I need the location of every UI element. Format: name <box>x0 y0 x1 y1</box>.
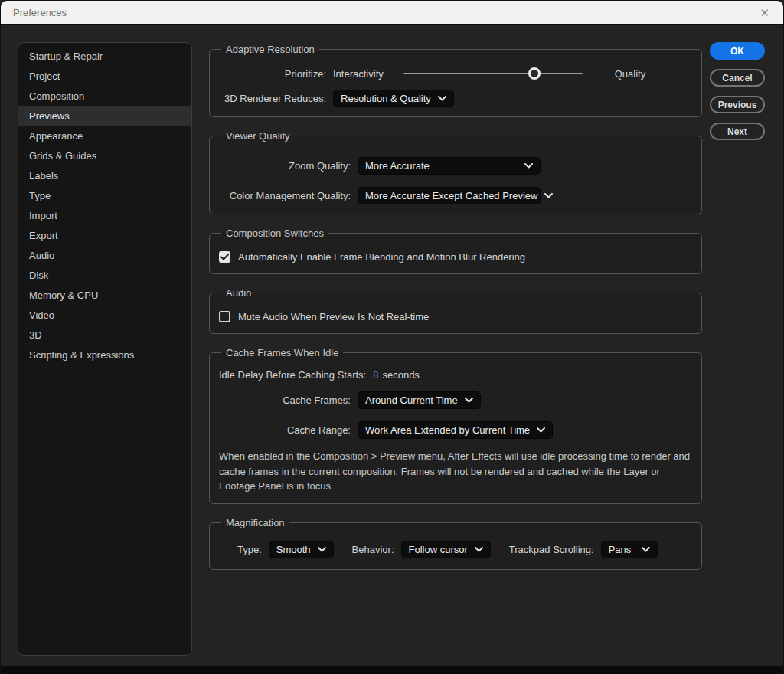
color-management-quality-dropdown[interactable]: More Accurate Except Cached Preview <box>358 187 541 204</box>
slider-left-label: Interactivity <box>333 68 384 80</box>
slider-right-label: Quality <box>615 68 645 80</box>
cache-frames-label: Cache Frames: <box>219 394 351 406</box>
adaptive-resolution-group: Adaptive Resolution Prioritize: Interact… <box>209 44 702 117</box>
sidebar-item-composition[interactable]: Composition <box>18 87 191 106</box>
trackpad-scrolling-label: Trackpad Scrolling: <box>509 544 594 555</box>
composition-switches-group: Composition Switches Automatically Enabl… <box>209 227 702 274</box>
composition-switches-title: Composition Switches <box>221 227 328 239</box>
sidebar-item-scripting-expressions[interactable]: Scripting & Expressions <box>18 345 191 365</box>
magnification-behavior-label: Behavior: <box>352 544 394 555</box>
dialog-body: Startup & Repair Project Composition Pre… <box>1 25 783 673</box>
next-button[interactable]: Next <box>710 123 765 140</box>
sidebar-item-audio[interactable]: Audio <box>18 246 191 266</box>
prioritize-label: Prioritize: <box>219 68 326 80</box>
cache-frames-group: Cache Frames When Idle Idle Delay Before… <box>209 347 702 504</box>
prioritize-slider-handle[interactable] <box>528 67 541 80</box>
sidebar-item-disk[interactable]: Disk <box>18 266 191 286</box>
frame-blending-label: Automatically Enable Frame Blending and … <box>238 251 525 263</box>
cache-range-value: Work Area Extended by Current Time <box>365 424 530 436</box>
chevron-down-icon <box>537 427 545 433</box>
main-content: Adaptive Resolution Prioritize: Interact… <box>209 25 702 583</box>
renderer-reduces-label: 3D Renderer Reduces: <box>219 93 326 104</box>
idle-delay-label: Idle Delay Before Caching Starts: <box>219 369 366 381</box>
idle-delay-value[interactable]: 8 <box>373 369 378 381</box>
magnification-group: Magnification Type: Smooth Behavior: Fol… <box>209 517 702 570</box>
prioritize-slider-track[interactable] <box>403 73 583 74</box>
previous-button[interactable]: Previous <box>710 96 765 113</box>
cache-frames-description: When enabled in the Composition > Previe… <box>219 449 692 494</box>
chevron-down-icon <box>524 163 533 168</box>
cancel-button[interactable]: Cancel <box>710 69 765 87</box>
chevron-down-icon <box>438 96 446 101</box>
sidebar-item-labels[interactable]: Labels <box>18 166 191 186</box>
magnification-title: Magnification <box>221 517 289 528</box>
audio-title: Audio <box>221 287 256 299</box>
preferences-sidebar: Startup & Repair Project Composition Pre… <box>18 42 192 656</box>
preferences-window: Preferences ✕ Startup & Repair Project C… <box>0 0 784 674</box>
sidebar-item-previews[interactable]: Previews <box>18 106 191 126</box>
sidebar-item-memory-cpu[interactable]: Memory & CPU <box>18 286 191 306</box>
magnification-type-dropdown[interactable]: Smooth <box>269 541 334 558</box>
sidebar-item-video[interactable]: Video <box>18 306 191 326</box>
renderer-reduces-value: Resolution & Quality <box>341 93 431 104</box>
checkmark-icon <box>220 254 229 260</box>
cache-frames-value: Around Current Time <box>365 394 458 406</box>
sidebar-item-project[interactable]: Project <box>18 67 191 87</box>
chevron-down-icon <box>465 398 473 403</box>
ok-button[interactable]: OK <box>710 42 765 60</box>
sidebar-item-import[interactable]: Import <box>18 206 191 226</box>
chevron-down-icon <box>544 193 553 198</box>
cache-range-label: Cache Range: <box>219 424 351 436</box>
magnification-behavior-value: Follow cursor <box>409 544 468 555</box>
chevron-down-icon <box>642 547 650 552</box>
adaptive-resolution-title: Adaptive Resolution <box>221 44 319 55</box>
magnification-type-label: Type: <box>237 544 262 555</box>
mute-audio-label: Mute Audio When Preview Is Not Real-time <box>238 311 429 322</box>
zoom-quality-value: More Accurate <box>365 160 430 172</box>
viewer-quality-title: Viewer Quality <box>221 130 295 142</box>
color-management-quality-value: More Accurate Except Cached Preview <box>365 190 537 201</box>
cache-frames-title: Cache Frames When Idle <box>221 347 343 358</box>
sidebar-item-type[interactable]: Type <box>18 186 191 206</box>
magnification-type-value: Smooth <box>276 544 311 555</box>
close-icon[interactable]: ✕ <box>760 7 769 18</box>
trackpad-scrolling-value: Pans <box>609 544 632 555</box>
dialog-actions: OK Cancel Previous Next <box>710 42 765 140</box>
idle-delay-unit: seconds <box>382 369 419 381</box>
sidebar-item-export[interactable]: Export <box>18 226 191 246</box>
mute-audio-checkbox[interactable] <box>219 311 230 322</box>
prioritize-slider[interactable] <box>403 67 583 80</box>
chevron-down-icon <box>318 547 326 552</box>
renderer-reduces-dropdown[interactable]: Resolution & Quality <box>333 90 454 107</box>
zoom-quality-dropdown[interactable]: More Accurate <box>358 157 541 175</box>
sidebar-item-appearance[interactable]: Appearance <box>18 126 191 146</box>
color-management-quality-label: Color Management Quality: <box>219 190 351 201</box>
frame-blending-checkbox[interactable] <box>219 251 230 263</box>
chevron-down-icon <box>475 547 483 552</box>
sidebar-item-3d[interactable]: 3D <box>18 326 191 345</box>
window-bottom-edge <box>1 666 783 673</box>
sidebar-item-startup-repair[interactable]: Startup & Repair <box>18 47 191 67</box>
cache-frames-dropdown[interactable]: Around Current Time <box>358 391 481 409</box>
window-title: Preferences <box>1 7 67 18</box>
sidebar-item-grids-guides[interactable]: Grids & Guides <box>18 146 191 166</box>
audio-group: Audio Mute Audio When Preview Is Not Rea… <box>209 287 702 334</box>
trackpad-scrolling-dropdown[interactable]: Pans <box>601 541 658 558</box>
title-bar: Preferences ✕ <box>1 1 783 25</box>
viewer-quality-group: Viewer Quality Zoom Quality: More Accura… <box>209 130 702 214</box>
zoom-quality-label: Zoom Quality: <box>219 160 351 172</box>
magnification-behavior-dropdown[interactable]: Follow cursor <box>401 541 491 558</box>
cache-range-dropdown[interactable]: Work Area Extended by Current Time <box>358 421 553 439</box>
